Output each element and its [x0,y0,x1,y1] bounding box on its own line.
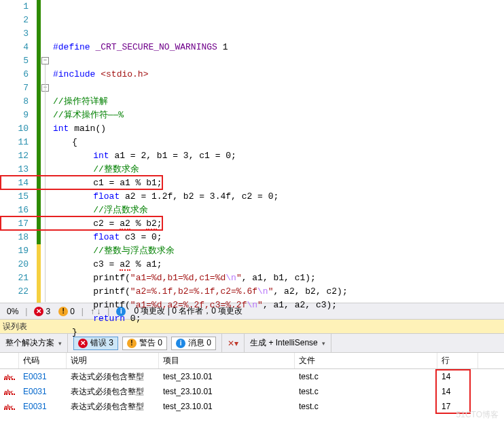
error-grid[interactable]: 代码 说明 项目 文件 行 abcE0031表达式必须包含整型test_23.1… [0,353,504,414]
intellisense-error-icon: abc [4,403,15,410]
error-icon: ✕ [34,307,43,316]
error-desc: 表达式必须包含整型 [67,369,159,384]
error-code[interactable]: E0031 [19,399,67,414]
error-file: test.c [295,399,437,414]
warning-icon: ! [127,339,137,348]
error-project: test_23.10.01 [159,399,295,414]
status-percent: 0% [4,307,21,316]
error-file: test.c [295,384,437,399]
col-line[interactable]: 行 [437,353,478,368]
fold-column[interactable]: − − [41,0,50,303]
error-file: test.c [295,369,437,384]
info-icon: i [176,339,185,348]
error-line: 14 [437,369,478,384]
table-row[interactable]: abcE0031表达式必须包含整型test_23.10.01test.c14 [0,369,504,384]
line-number-gutter: 12345678910111213141516171819202122 [0,0,37,303]
code-editor[interactable]: 12345678910111213141516171819202122 − − … [0,0,504,303]
intellisense-error-icon: abc [4,388,15,395]
watermark: 51CTO博客 [456,409,499,421]
col-file[interactable]: 文件 [295,353,437,368]
error-icon: ✕ [78,339,88,348]
error-desc: 表达式必须包含整型 [67,384,159,399]
col-proj[interactable]: 项目 [159,353,295,368]
filter-icon: ✕▾ [228,339,238,348]
col-desc[interactable]: 说明 [67,353,159,368]
table-row[interactable]: abcE0031表达式必须包含整型test_23.10.01test.c14 [0,384,504,399]
status-errors[interactable]: ✕3 [31,307,53,316]
col-code[interactable]: 代码 [19,353,67,368]
error-desc: 表达式必须包含整型 [67,399,159,414]
error-code[interactable]: E0031 [19,369,67,384]
error-project: test_23.10.01 [159,384,295,399]
fold-toggle-icon[interactable]: − [41,57,49,64]
table-row[interactable]: abcE0031表达式必须包含整型test_23.10.01test.c17 [0,399,504,414]
error-project: test_23.10.01 [159,369,295,384]
code-area[interactable]: #define _CRT_SECURE_NO_WARNINGS 1#includ… [50,0,504,303]
grid-header-row: 代码 说明 项目 文件 行 [0,353,504,369]
error-line: 14 [437,384,478,399]
intellisense-error-icon: abc [4,373,15,380]
error-code[interactable]: E0031 [19,384,67,399]
